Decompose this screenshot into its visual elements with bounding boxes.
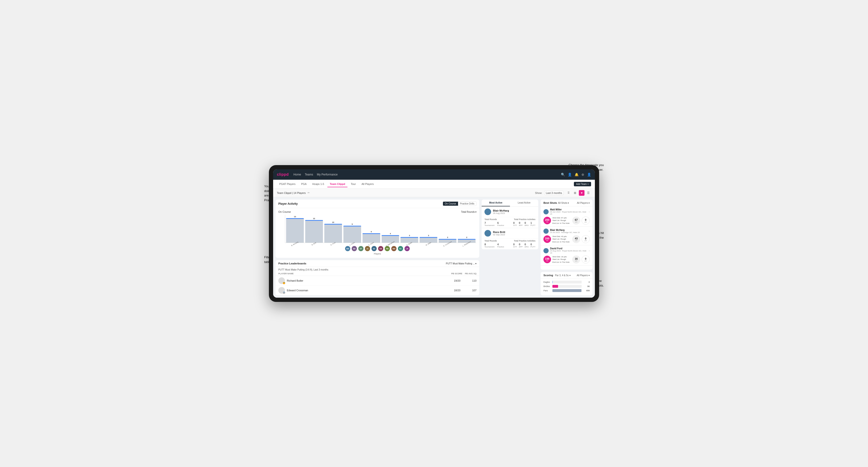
shot-info-3: Shot Dist: 16 yds Start Lie: Rough End L… [552,255,571,263]
birdies-label: Birdies [544,285,551,287]
scoring-par-filter[interactable]: Par 3, 4 & 5s ▾ [555,274,570,277]
chart-area: On Course Total Rounds ▾ 15 10 [276,208,479,258]
tab-pgat-players[interactable]: PGAT Players [277,181,298,187]
practice-label: Practice [497,224,504,226]
plus-circle-icon[interactable]: ⊕ [582,173,584,177]
active-player-row-1: Blair McHarg 26 Aug 2023 [482,207,538,217]
nav-teams[interactable]: Teams [305,172,313,177]
stats-row-labels-2: Total Rounds Total Practice Activities [485,240,535,242]
shot-player-name-2: Blair McHarg [550,229,587,231]
player-activity-panel: Player Activity On Course Practice Drill… [276,199,479,258]
tablet-screen: clippd Home Teams My Performance 🔍 👤 🔔 ⊕… [273,169,595,298]
shot-chevron-icon-1[interactable]: › [589,210,590,214]
shot-player-info-1: Matt Miller 09 Jun 2023 · Royal North De… [550,208,587,215]
lb-col-pb-avg: PB AVG SQ [462,272,476,275]
shot-player-row-2: Blair McHarg 23 Jul 2023 · Ashridge GC, … [544,228,590,234]
lb-player-name-2: Edward Crossman [287,289,444,292]
lb-sub-title: PUTT Must Make Putting (3-6 ft), Last 3 … [276,267,479,272]
shot-stat-val-3a: 16 [575,257,578,260]
search-icon[interactable]: 🔍 [561,173,565,177]
eagles-fill [552,281,553,283]
lb-row-2: 🥈 Edward Crossman 18/20 107 [276,286,479,295]
birdies-fill [552,285,558,288]
x-axis-label: Players [278,252,476,255]
on-course-toggle[interactable]: On Course [443,201,458,206]
rounds-values-2: 8 Tournament 4 Practice [485,243,504,248]
shot-avatar-1 [544,209,549,214]
edit-icon[interactable]: ✏ [308,191,310,194]
putt-value-2: 0 [530,243,535,246]
add-team-button[interactable]: Add Team + [574,182,591,186]
shot-stat-bubble-3a: 16 yds [572,255,580,263]
bar-highlight-2 [324,224,342,224]
shot-stat-unit-1b: yds [585,221,587,223]
lb-avatar-2: 🥈 [278,287,285,294]
shot-player-info-3: David Ford 24 Aug 2023 · Royal North Dev… [550,247,587,254]
lb-avatar-1: 🥇 [278,277,285,284]
shots-filter-select[interactable]: All Shots ▾ [558,201,569,204]
active-player-stats-1: Total Rounds Total Practice Activities 7… [482,217,538,228]
bar-4 [363,233,380,243]
shot-player-name-1: Matt Miller [550,208,587,211]
shot-player-row-3: David Ford 24 Aug 2023 · Royal North Dev… [544,247,590,254]
shot-details-row-2: 200 SG Shot Dist: 43 yds Start Lie: Roug… [544,235,590,243]
scoring-player-chevron-icon: ▾ [588,274,590,277]
lb-col-pb-score: PB SCORE [448,272,462,275]
scoring-player-filter[interactable]: All Players ▾ [577,274,590,277]
filter-right: Show: Last 3 months ⠿ ⊞ ♥ ☰ [535,190,591,196]
player-avatar-8: MM [391,246,397,251]
view-grid-4-btn[interactable]: ⊞ [572,190,578,196]
shot-start-lie-1: Start Lie: Rough [552,219,571,222]
scoring-title: Scoring [544,274,553,277]
view-menu-btn[interactable]: ☰ [585,190,591,196]
practice-drills-toggle[interactable]: Practice Drills [458,201,476,206]
people-icon[interactable]: 👤 [568,173,572,177]
practice-value-2: 4 [497,243,504,246]
tab-tour[interactable]: Tour [348,181,358,187]
least-active-tab[interactable]: Least Active [510,199,538,206]
bs-header: Best Shots All Shots ▾ All Players ▾ [540,199,592,206]
nav-home[interactable]: Home [293,172,301,177]
main-content: Player Activity On Course Practice Drill… [273,197,595,298]
putt-value: 1 [530,221,535,224]
bell-icon[interactable]: 🔔 [575,173,579,177]
bar-highlight-7 [420,237,437,238]
shot-avatar-3 [544,248,549,253]
tournament-stat: 7 Tournament [485,221,494,226]
shot-chevron-icon-3[interactable]: › [589,249,590,252]
tab-hcaps[interactable]: Hcaps 1-5 [310,181,327,187]
nav-my-performance[interactable]: My Performance [317,172,338,177]
active-player-date-2: 02 Sep 2023 [493,234,535,236]
metric-select[interactable]: Total Rounds ▾ [461,211,476,213]
view-icons: ⠿ ⊞ ♥ ☰ [566,190,591,196]
avatar-icon[interactable]: 👤 [587,173,591,177]
lb-drill-select[interactable]: PUTT Must Make Putting ... ▾ [446,262,476,265]
view-heart-btn[interactable]: ♥ [579,190,585,196]
tab-pga[interactable]: PGA [299,181,309,187]
shot-score-num-1: 200 [545,219,549,221]
timescale-select[interactable]: Last 3 months [544,191,564,195]
app-label-2: APP [519,246,523,248]
chart-sub-header: On Course Total Rounds ▾ [278,210,476,213]
tab-team-clippd[interactable]: Team Clippd [328,181,347,187]
scoring-filter-chevron-icon: ▾ [569,274,570,277]
view-grid-dots-btn[interactable]: ⠿ [566,190,571,196]
player-filter-select[interactable]: All Players ▾ [577,201,590,204]
player-activity-title: Player Activity [278,202,441,206]
shot-chevron-icon-2[interactable]: › [589,229,590,233]
total-rounds-label-2: Total Rounds [485,240,497,242]
shot-stat-unit-2b: yds [585,240,587,241]
shot-player-name-3: David Ford [550,247,587,250]
player-labels-row: B. McHargB. BrittD. FordJ. ColesE. Ebert… [285,243,476,245]
shot-start-lie-2: Start Lie: Rough [552,238,571,240]
shot-end-lie-1: End Lie: In The Hole [552,222,571,224]
stats-row-values-2: 8 Tournament 4 Practice [485,243,535,248]
shot-score-badge-2: 200 SG [544,236,551,243]
tab-all-players[interactable]: All Players [359,181,376,187]
shot-score-label-1: SG [546,221,549,223]
left-column: Player Activity On Course Practice Drill… [276,199,479,295]
scoring-bar-pars: Pars 499 [544,289,590,292]
lb-col-player-name: PLAYER NAME [278,272,448,275]
most-active-tab[interactable]: Most Active [482,199,510,206]
active-player-date-1: 26 Aug 2023 [493,212,535,214]
